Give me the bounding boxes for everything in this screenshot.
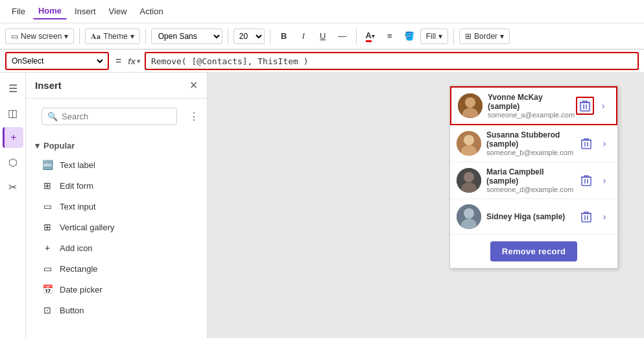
component-text-input[interactable]: ▭ Text input [26, 196, 207, 217]
toolbar-separator-5 [356, 29, 357, 44]
screen-icon: ▭ [11, 32, 18, 41]
chevron-button-1[interactable]: › [598, 137, 611, 150]
contact-name-3: Sidney Higa (sample) [486, 212, 572, 221]
panel-header: Insert ✕ [26, 73, 207, 99]
component-text-label[interactable]: 🔤 Text label [26, 154, 207, 175]
strikethrough-button[interactable]: — [334, 28, 351, 45]
remove-record-button[interactable]: Remove record [490, 241, 578, 261]
font-selector[interactable]: Open Sans Arial Calibri [151, 29, 222, 44]
delete-button-3[interactable] [577, 208, 595, 226]
text-input-icon: ▭ [42, 200, 53, 212]
menu-bar: File Home Insert View Action [0, 0, 644, 23]
component-date-picker[interactable]: 📅 Date picker [26, 279, 207, 300]
contact-row-1[interactable]: Susanna Stubberod (sample) someone_b@exa… [450, 125, 617, 162]
menu-view[interactable]: View [104, 4, 132, 19]
avatar-1 [457, 131, 481, 156]
contact-email-1: someone_b@example.com [486, 149, 572, 156]
formula-input-box[interactable]: Remove( [@Contacts], ThisItem ) [145, 52, 639, 70]
data-button[interactable]: ⬡ [3, 152, 23, 173]
contact-row-0[interactable]: Yvonne McKay (sample) someone_a@example.… [450, 86, 617, 125]
contact-row-3[interactable]: Sidney Higa (sample) › [450, 199, 617, 235]
hamburger-button[interactable]: ☰ [3, 78, 23, 99]
component-add-icon[interactable]: + Add icon [26, 237, 207, 258]
fill-button[interactable]: Fill ▾ [420, 29, 448, 44]
property-selector[interactable]: OnSelect OnVisible Fill [9, 56, 105, 66]
component-edit-form[interactable]: ⊞ Edit form [26, 175, 207, 196]
date-picker-icon: 📅 [42, 284, 53, 295]
bold-button[interactable]: B [276, 28, 292, 45]
main-area: ☰ ◫ + ⬡ ✂ Insert ✕ 🔍 ⋮ ▾ Popular 🔤 Text … [0, 73, 644, 338]
underline-button[interactable]: U [315, 28, 331, 45]
fx-label: fx [128, 56, 136, 66]
new-screen-button[interactable]: ▭ New screen ▾ [5, 29, 74, 44]
chevron-button-2[interactable]: › [598, 174, 611, 187]
button-icon: ⊡ [42, 304, 53, 316]
tools-button[interactable]: ✂ [3, 176, 23, 197]
contact-email-2: someone_d@example.com [486, 186, 572, 193]
category-popular[interactable]: ▾ Popular [26, 137, 207, 154]
rectangle-icon: ▭ [42, 263, 53, 274]
chevron-button-3[interactable]: › [598, 210, 611, 223]
panel-title: Insert [35, 80, 62, 91]
component-button[interactable]: ⊡ Button [26, 300, 207, 320]
fx-chevron-icon: ▾ [137, 57, 141, 66]
menu-file[interactable]: File [6, 4, 30, 19]
delete-button-1[interactable] [577, 134, 595, 152]
size-selector[interactable]: 20 12 14 16 18 24 [233, 29, 265, 44]
align-button[interactable]: ≡ [381, 28, 398, 45]
chevron-button-0[interactable]: › [597, 99, 610, 112]
chevron-down-icon: ▾ [64, 32, 68, 41]
font-color-button[interactable]: A ▾ [362, 28, 379, 45]
search-row: 🔍 ⋮ [26, 99, 207, 134]
contact-name-1: Susanna Stubberod (sample) [486, 130, 572, 149]
svg-rect-10 [582, 140, 591, 149]
contact-info-0: Yvonne McKay (sample) someone_a@example.… [488, 93, 571, 119]
contact-email-0: someone_a@example.com [488, 111, 571, 119]
svg-rect-17 [582, 177, 591, 186]
canvas-area: Yvonne McKay (sample) someone_a@example.… [208, 73, 644, 338]
component-rectangle[interactable]: ▭ Rectangle [26, 258, 207, 279]
avatar-0 [458, 93, 483, 118]
search-input[interactable] [62, 112, 171, 121]
svg-rect-3 [580, 103, 590, 111]
more-options-button[interactable]: ⋮ [189, 110, 199, 123]
contact-info-1: Susanna Stubberod (sample) someone_b@exa… [486, 130, 572, 156]
italic-button[interactable]: I [295, 28, 312, 45]
contact-actions-3: › [577, 208, 611, 226]
toolbar-separator-1 [79, 29, 80, 44]
toolbar-separator-2 [145, 29, 146, 44]
chevron-down-icon: ▾ [500, 32, 504, 41]
menu-action[interactable]: Action [135, 4, 169, 19]
contact-info-2: Maria Campbell (sample) someone_d@exampl… [486, 167, 572, 193]
theme-icon: 𝐀𝐚 [91, 32, 101, 41]
property-selector-box[interactable]: OnSelect OnVisible Fill [5, 52, 109, 70]
menu-home[interactable]: Home [33, 3, 67, 19]
paint-bucket-button[interactable]: 🪣 [401, 28, 418, 45]
border-button[interactable]: ⊞ Border ▾ [459, 29, 510, 44]
contacts-widget: Yvonne McKay (sample) someone_a@example.… [449, 86, 618, 269]
edit-form-icon: ⊞ [42, 180, 53, 191]
delete-button-2[interactable] [577, 171, 595, 189]
menu-insert[interactable]: Insert [69, 4, 101, 19]
search-box[interactable]: 🔍 [42, 108, 177, 125]
contact-row-2[interactable]: Maria Campbell (sample) someone_d@exampl… [450, 162, 617, 199]
toolbar-separator-6 [453, 29, 454, 44]
svg-point-1 [465, 97, 475, 108]
svg-point-22 [464, 208, 474, 219]
delete-button-0[interactable] [576, 97, 594, 115]
chevron-down-icon: ▾ [438, 32, 442, 41]
contact-name-2: Maria Campbell (sample) [486, 167, 572, 186]
add-icon: + [42, 242, 53, 254]
toolbar-separator-3 [228, 29, 228, 44]
layers-button[interactable]: ◫ [3, 103, 23, 123]
theme-button[interactable]: 𝐀𝐚 Theme ▾ [85, 29, 139, 44]
svg-point-15 [464, 172, 474, 182]
component-vertical-gallery[interactable]: ⊞ Vertical gallery [26, 217, 207, 237]
toolbar: ▭ New screen ▾ 𝐀𝐚 Theme ▾ Open Sans Aria… [0, 23, 644, 49]
panel-close-button[interactable]: ✕ [189, 79, 198, 91]
svg-rect-24 [582, 213, 591, 222]
components-list: ▾ Popular 🔤 Text label ⊞ Edit form ▭ Tex… [26, 134, 207, 323]
fx-container: fx ▾ [128, 56, 141, 66]
equals-sign: = [113, 55, 124, 67]
add-component-button[interactable]: + [3, 127, 23, 148]
